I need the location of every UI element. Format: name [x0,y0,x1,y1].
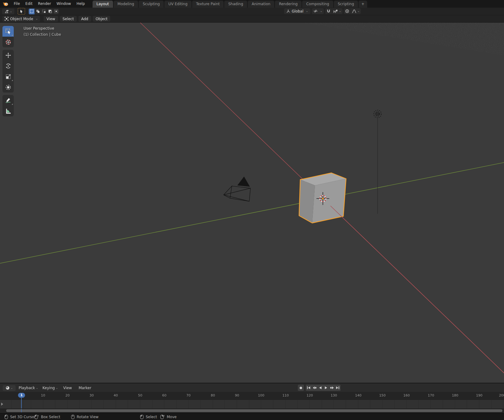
playback-controls [306,385,341,391]
tab-shading[interactable]: Shading [224,1,247,8]
select-mode-buttons [29,9,59,14]
snap-target-dropdown[interactable]: ⌄ [332,8,342,14]
play-icon [324,386,328,389]
tool-cursor[interactable] [2,37,14,47]
ruler-tick: 190 [476,393,483,397]
menu-view[interactable]: View [44,16,58,22]
prev-keyframe-button[interactable] [312,385,317,391]
menu-edit[interactable]: Edit [23,0,35,8]
editor-type-selector[interactable]: ⌄ [2,9,14,14]
expand-channels-arrow-icon[interactable] [1,402,4,406]
rotate-icon [5,63,11,69]
active-tool-indicator[interactable] [18,8,25,15]
transform-orientation-dropdown[interactable]: Global ⌄ [284,8,310,14]
ruler-tick: 30 [89,393,94,397]
add-workspace-button[interactable]: + [359,1,367,8]
timeline-menu-marker[interactable]: Marker [76,384,94,392]
mode-dropdown[interactable]: Object Mode ⌄ [2,16,40,22]
falloff-dropdown[interactable]: ⌄ [351,8,361,14]
keying-dropdown[interactable]: Keying ⌄ [42,386,58,390]
select-mode-invert-button[interactable] [47,9,53,14]
tab-animation[interactable]: Animation [248,1,274,8]
jump-to-start-button[interactable] [306,385,312,391]
chevron-down-icon: ⌄ [320,10,323,13]
mouse-middle-icon [71,415,75,419]
tab-modeling[interactable]: Modeling [114,1,138,8]
scale-icon [5,74,11,80]
select-mode-subtract-button[interactable] [41,9,47,14]
ruler-tick: 170 [428,393,434,397]
tool-move[interactable] [2,50,14,60]
orientation-value: Global [292,9,303,13]
select-mode-set-button[interactable] [29,9,35,14]
tab-sculpting[interactable]: Sculpting [139,1,164,8]
tool-select-box[interactable] [2,26,14,37]
playback-dropdown[interactable]: Playback ⌄ [19,386,38,390]
play-button[interactable] [323,385,329,391]
tab-rendering[interactable]: Rendering [275,1,301,8]
menu-render[interactable]: Render [35,0,54,8]
timeline-editor-type-selector[interactable]: ⌄ [3,385,16,391]
tab-texture-paint[interactable]: Texture Paint [192,1,224,8]
pivot-point-dropdown[interactable]: ⌄ [312,8,324,14]
ruler-tick: 60 [162,393,166,397]
chevron-down-icon: ⌄ [339,10,341,13]
select-invert-icon [48,9,52,13]
ruler-tick: 150 [379,393,386,397]
tab-compositing[interactable]: Compositing [302,1,333,8]
transform-icon [5,84,11,90]
subtool-indicator [12,104,13,105]
snap-toggle-button[interactable] [325,8,332,14]
proportional-editing-toggle[interactable] [344,8,350,14]
ruler-tick: 120 [307,393,313,397]
timeline-channel-area[interactable] [0,400,504,409]
blender-window: User Perspective (1) Collection | Cube F… [0,0,504,420]
viewport-overlay-text: User Perspective (1) Collection | Cube [24,26,61,37]
falloff-curve-icon [352,9,356,13]
viewport-grid-floor [0,22,504,50]
measure-ruler-icon [5,108,11,114]
viewport-3d[interactable] [0,22,504,382]
record-circle-icon [299,386,302,389]
menu-file[interactable]: File [11,0,23,8]
blender-logo-icon[interactable] [2,2,9,6]
tool-transform[interactable] [2,82,14,93]
keying-label: Keying [42,386,55,390]
menu-window[interactable]: Window [54,0,74,8]
chevron-down-icon: ⌄ [10,10,12,13]
jump-to-end-button[interactable] [335,385,341,391]
tool-rotate[interactable] [2,60,14,71]
timeline-scrollbar-thumb[interactable] [6,409,502,412]
ruler-tick: 130 [331,393,337,397]
timeline-menu-view[interactable]: View [60,384,75,392]
tool-scale[interactable] [2,71,14,82]
tab-layout[interactable]: Layout [93,1,113,8]
next-keyframe-button[interactable] [329,385,335,391]
tab-uv-editing[interactable]: UV Editing [164,1,192,8]
menu-help[interactable]: Help [74,0,87,8]
select-set-icon [30,9,34,13]
timeline-clock-icon [5,386,10,390]
status-label: Select [146,415,157,419]
select-mode-extend-button[interactable] [35,9,41,14]
snap-target-icon [333,9,338,13]
auto-keying-button[interactable] [298,385,304,391]
tool-measure[interactable] [2,106,14,116]
select-mode-intersect-button[interactable] [53,9,59,14]
proportional-editing-icon [345,9,349,13]
snap-magnet-icon [327,9,331,13]
menu-add[interactable]: Add [79,16,91,22]
cursor-tool-icon [5,39,11,45]
view-name-label: User Perspective [24,26,61,31]
menu-object[interactable]: Object [93,16,110,22]
status-label: Set 3D Cursor [10,415,36,419]
tab-scripting[interactable]: Scripting [334,1,358,8]
timeline-ruler[interactable]: 1 10 20 30 40 50 60 70 80 90 100 110 120… [0,392,504,400]
menu-select[interactable]: Select [60,16,77,22]
ruler-tick: 160 [404,393,410,397]
status-hint: Select [140,413,157,420]
play-reverse-button[interactable] [317,385,323,391]
select-intersect-icon [54,9,58,13]
tool-annotate[interactable] [2,95,14,106]
status-label: Rotate View [77,415,99,419]
